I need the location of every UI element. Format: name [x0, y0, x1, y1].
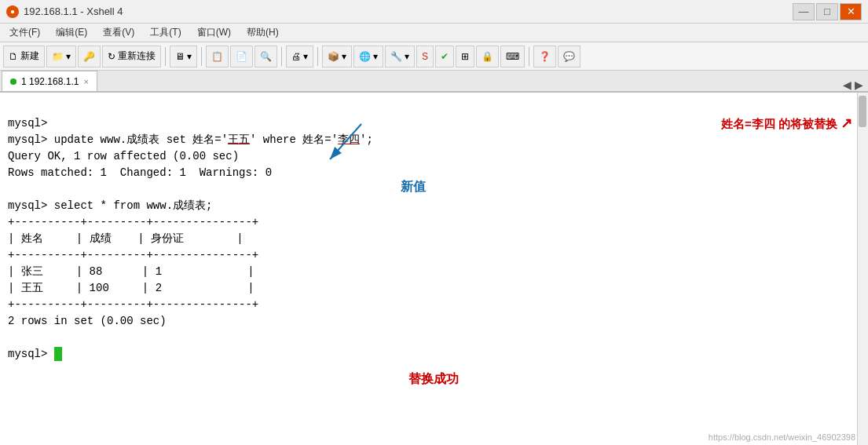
search-icon: 🔍 [260, 51, 272, 62]
toolbar: 🗋 新建 📁▾ 🔑 ↻ 重新连接 🖥▾ 📋 📄 🔍 🖨▾ 📦▾ 🌐▾ 🔧▾ S [0, 42, 868, 71]
minimize-button[interactable]: — [793, 3, 815, 20]
toolbar-separator-3 [281, 47, 282, 66]
select-line: mysql> select * from www.成绩表; [8, 199, 212, 212]
properties-button[interactable]: 🔑 [78, 46, 101, 67]
search-button[interactable]: 🔍 [255, 46, 277, 67]
tab-close-button[interactable]: × [83, 77, 88, 86]
scrollbar-thumb[interactable] [859, 96, 866, 127]
maximize-button[interactable]: □ [816, 3, 838, 20]
reconnect-label: 重新连接 [118, 49, 156, 63]
table-border2: +----------+---------+---------------+ [8, 249, 258, 261]
print-button[interactable]: 🖨▾ [286, 46, 313, 67]
menubar: 文件(F) 编辑(E) 查看(V) 工具(T) 窗口(W) 帮助(H) [0, 24, 868, 42]
tab-scroll-left-icon[interactable]: ◀ [843, 78, 852, 91]
toolbar-separator-4 [317, 47, 318, 66]
paste-button[interactable]: 📄 [230, 46, 253, 67]
help-button[interactable]: ❓ [533, 46, 556, 67]
keyboard-button[interactable]: ⌨ [500, 46, 525, 67]
titlebar-left: ● 192.168.1.1 - Xshell 4 [6, 5, 123, 18]
print-icon: 🖨 [291, 51, 301, 62]
toolbar-separator [165, 47, 166, 66]
terminal-area[interactable]: mysql> mysql> update www.成绩表 set 姓名='王五'… [0, 93, 868, 445]
toolbar-separator-2 [201, 47, 202, 66]
prompt-line1: mysql> [8, 117, 47, 129]
menu-tools[interactable]: 工具(T) [144, 24, 187, 41]
app-icon: ● [6, 5, 19, 18]
table-header: | 姓名 | 成绩 | 身份证 | [8, 232, 244, 245]
tab-scroll-right-icon[interactable]: ▶ [855, 78, 863, 91]
prompt-final: mysql> [8, 348, 62, 360]
transfer-icon: 📦 [328, 51, 339, 62]
toolbar-separator-5 [529, 47, 529, 66]
terminal-cursor [54, 347, 62, 361]
copy-button[interactable]: 📋 [206, 46, 229, 67]
menu-file[interactable]: 文件(F) [3, 24, 46, 41]
grid-icon: ⊞ [461, 51, 469, 62]
table-border3: +----------+---------+---------------+ [8, 298, 258, 311]
terminal-content: mysql> mysql> update www.成绩表 set 姓名='王五'… [8, 99, 860, 363]
chat-button[interactable]: 💬 [558, 46, 580, 67]
window-controls[interactable]: — □ ✕ [793, 3, 862, 20]
globe-icon: 🌐 [359, 51, 371, 62]
rows-in-set: 2 rows in set (0.00 sec) [8, 315, 167, 327]
keyboard-icon: ⌨ [506, 51, 519, 62]
watermark: https://blog.csdn.net/weixin_46902398 [709, 432, 855, 442]
menu-help[interactable]: 帮助(H) [240, 24, 285, 41]
samba-button[interactable]: S [416, 46, 434, 67]
new-label: 新建 [20, 49, 39, 63]
reconnect-icon: ↻ [108, 51, 115, 62]
new-button[interactable]: 🗋 新建 [3, 46, 45, 67]
check-icon: ✔ [441, 51, 449, 62]
tab-status-dot [10, 78, 16, 85]
check-button[interactable]: ✔ [435, 46, 454, 67]
new-icon: 🗋 [9, 51, 18, 62]
chat-icon: 💬 [563, 51, 575, 62]
transfer-button[interactable]: 📦▾ [322, 46, 352, 67]
close-button[interactable]: ✕ [840, 3, 862, 20]
query-ok-line: Query OK, 1 row affected (0.00 sec) [8, 150, 239, 162]
help-icon: ❓ [539, 51, 551, 62]
lock-button[interactable]: 🔒 [476, 46, 499, 67]
prompt-line2: mysql> update www.成绩表 set 姓名='王五' where … [8, 133, 373, 146]
menu-edit[interactable]: 编辑(E) [49, 24, 93, 41]
session-tab[interactable]: 1 192.168.1.1 × [2, 71, 97, 91]
table-border1: +----------+---------+---------------+ [8, 216, 258, 228]
session-button[interactable]: 🖥▾ [170, 46, 197, 67]
app2-icon: 🔧 [390, 51, 402, 62]
grid-button[interactable]: ⊞ [456, 46, 474, 67]
table-row2: | 王五 | 100 | 2 | [8, 282, 255, 294]
properties-icon: 🔑 [83, 51, 95, 62]
copy-icon: 📋 [211, 51, 223, 62]
tab-label: 1 192.168.1.1 [21, 76, 79, 87]
annotation-success: 替换成功 [408, 371, 459, 388]
table-row1: | 张三 | 88 | 1 | [8, 265, 255, 278]
reconnect-button[interactable]: ↻ 重新连接 [102, 46, 161, 67]
tabbar: 1 192.168.1.1 × ◀ ▶ [0, 71, 868, 93]
tab-scroll-arrows[interactable]: ◀ ▶ [840, 78, 866, 91]
session-icon: 🖥 [175, 51, 185, 62]
app2-button[interactable]: 🔧▾ [385, 46, 415, 67]
folder-icon: 📁 [52, 51, 64, 62]
window-title: 192.168.1.1 - Xshell 4 [24, 5, 123, 17]
rows-matched-line: Rows matched: 1 Changed: 1 Warnings: 0 [8, 166, 272, 179]
titlebar: ● 192.168.1.1 - Xshell 4 — □ ✕ [0, 0, 868, 24]
lock-icon: 🔒 [482, 51, 493, 62]
terminal-scrollbar[interactable] [857, 93, 868, 445]
folder-button[interactable]: 📁▾ [46, 46, 76, 67]
samba-icon: S [422, 51, 428, 62]
menu-view[interactable]: 查看(V) [97, 24, 141, 41]
menu-window[interactable]: 窗口(W) [191, 24, 237, 41]
paste-icon: 📄 [236, 51, 247, 62]
globe-button[interactable]: 🌐▾ [353, 46, 383, 67]
